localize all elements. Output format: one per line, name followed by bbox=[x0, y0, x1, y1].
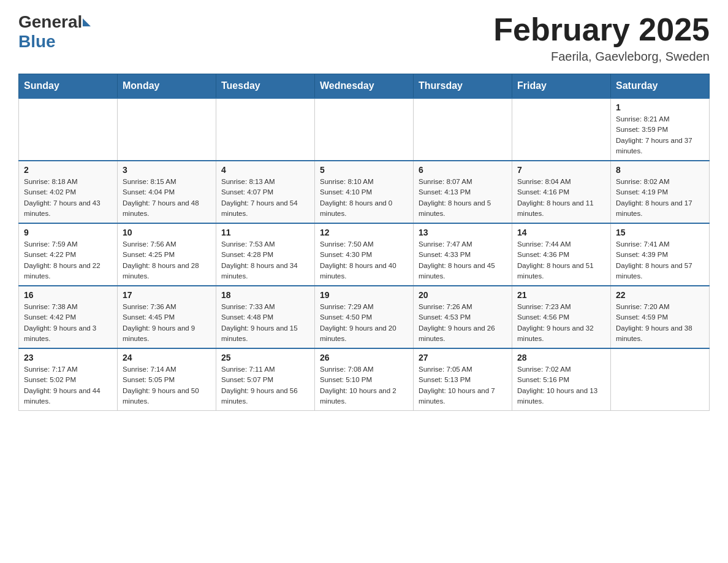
day-number: 3 bbox=[123, 165, 211, 175]
calendar-cell-w1-d3: 5Sunrise: 8:10 AM Sunset: 4:10 PM Daylig… bbox=[315, 161, 414, 223]
day-info: Sunrise: 7:02 AM Sunset: 5:16 PM Dayligh… bbox=[517, 364, 605, 407]
day-number: 25 bbox=[221, 353, 309, 362]
day-number: 14 bbox=[517, 228, 605, 237]
calendar-cell-w1-d0: 2Sunrise: 8:18 AM Sunset: 4:02 PM Daylig… bbox=[19, 161, 118, 223]
calendar-cell-w0-d1 bbox=[118, 98, 216, 161]
day-info: Sunrise: 8:21 AM Sunset: 3:59 PM Dayligh… bbox=[616, 114, 704, 156]
day-number: 10 bbox=[123, 228, 211, 237]
day-info: Sunrise: 7:56 AM Sunset: 4:25 PM Dayligh… bbox=[123, 239, 211, 282]
day-info: Sunrise: 7:47 AM Sunset: 4:33 PM Dayligh… bbox=[419, 239, 507, 282]
day-info: Sunrise: 7:29 AM Sunset: 4:50 PM Dayligh… bbox=[320, 302, 408, 344]
calendar-cell-w1-d4: 6Sunrise: 8:07 AM Sunset: 4:13 PM Daylig… bbox=[414, 161, 512, 223]
calendar-cell-w4-d4: 27Sunrise: 7:05 AM Sunset: 5:13 PM Dayli… bbox=[414, 348, 512, 411]
col-wednesday: Wednesday bbox=[315, 74, 414, 99]
logo-general-text: General bbox=[18, 12, 82, 32]
calendar-cell-w2-d0: 9Sunrise: 7:59 AM Sunset: 4:22 PM Daylig… bbox=[19, 223, 118, 286]
day-info: Sunrise: 8:10 AM Sunset: 4:10 PM Dayligh… bbox=[320, 177, 408, 219]
calendar-table: Sunday Monday Tuesday Wednesday Thursday… bbox=[18, 74, 710, 411]
day-number: 2 bbox=[24, 165, 112, 175]
day-info: Sunrise: 7:05 AM Sunset: 5:13 PM Dayligh… bbox=[419, 364, 507, 407]
calendar-cell-w4-d2: 25Sunrise: 7:11 AM Sunset: 5:07 PM Dayli… bbox=[216, 348, 315, 411]
day-info: Sunrise: 7:20 AM Sunset: 4:59 PM Dayligh… bbox=[616, 302, 704, 344]
calendar-cell-w2-d6: 15Sunrise: 7:41 AM Sunset: 4:39 PM Dayli… bbox=[611, 223, 710, 286]
calendar-cell-w3-d6: 22Sunrise: 7:20 AM Sunset: 4:59 PM Dayli… bbox=[611, 286, 710, 348]
day-info: Sunrise: 8:02 AM Sunset: 4:19 PM Dayligh… bbox=[616, 177, 704, 219]
calendar-cell-w0-d3 bbox=[315, 98, 414, 161]
day-info: Sunrise: 7:38 AM Sunset: 4:42 PM Dayligh… bbox=[24, 302, 112, 344]
day-number: 4 bbox=[221, 165, 309, 175]
calendar-cell-w4-d6 bbox=[611, 348, 710, 411]
day-number: 22 bbox=[616, 290, 704, 300]
day-number: 15 bbox=[616, 228, 704, 237]
col-saturday: Saturday bbox=[611, 74, 710, 99]
week-row-4: 23Sunrise: 7:17 AM Sunset: 5:02 PM Dayli… bbox=[19, 348, 710, 411]
calendar-cell-w3-d1: 17Sunrise: 7:36 AM Sunset: 4:45 PM Dayli… bbox=[118, 286, 216, 348]
calendar-cell-w4-d3: 26Sunrise: 7:08 AM Sunset: 5:10 PM Dayli… bbox=[315, 348, 414, 411]
day-number: 17 bbox=[123, 290, 211, 300]
calendar-cell-w0-d5 bbox=[512, 98, 611, 161]
day-info: Sunrise: 7:41 AM Sunset: 4:39 PM Dayligh… bbox=[616, 239, 704, 282]
day-number: 1 bbox=[616, 102, 704, 112]
col-monday: Monday bbox=[118, 74, 216, 99]
calendar-cell-w1-d1: 3Sunrise: 8:15 AM Sunset: 4:04 PM Daylig… bbox=[118, 161, 216, 223]
day-info: Sunrise: 7:33 AM Sunset: 4:48 PM Dayligh… bbox=[221, 302, 309, 344]
col-thursday: Thursday bbox=[414, 74, 512, 99]
logo-arrow-icon bbox=[83, 18, 91, 26]
calendar-cell-w3-d2: 18Sunrise: 7:33 AM Sunset: 4:48 PM Dayli… bbox=[216, 286, 315, 348]
month-title: February 2025 bbox=[493, 12, 710, 47]
calendar-cell-w0-d2 bbox=[216, 98, 315, 161]
calendar-cell-w1-d5: 7Sunrise: 8:04 AM Sunset: 4:16 PM Daylig… bbox=[512, 161, 611, 223]
day-number: 28 bbox=[517, 353, 605, 362]
day-info: Sunrise: 7:44 AM Sunset: 4:36 PM Dayligh… bbox=[517, 239, 605, 282]
day-info: Sunrise: 8:13 AM Sunset: 4:07 PM Dayligh… bbox=[221, 177, 309, 219]
day-number: 6 bbox=[419, 165, 507, 175]
day-info: Sunrise: 8:15 AM Sunset: 4:04 PM Dayligh… bbox=[123, 177, 211, 219]
day-info: Sunrise: 8:07 AM Sunset: 4:13 PM Dayligh… bbox=[419, 177, 507, 219]
calendar-cell-w2-d5: 14Sunrise: 7:44 AM Sunset: 4:36 PM Dayli… bbox=[512, 223, 611, 286]
location-subtitle: Faerila, Gaevleborg, Sweden bbox=[493, 50, 710, 64]
calendar-header-row: Sunday Monday Tuesday Wednesday Thursday… bbox=[19, 74, 710, 99]
calendar-cell-w2-d1: 10Sunrise: 7:56 AM Sunset: 4:25 PM Dayli… bbox=[118, 223, 216, 286]
calendar-cell-w4-d0: 23Sunrise: 7:17 AM Sunset: 5:02 PM Dayli… bbox=[19, 348, 118, 411]
calendar-cell-w3-d0: 16Sunrise: 7:38 AM Sunset: 4:42 PM Dayli… bbox=[19, 286, 118, 348]
day-number: 27 bbox=[419, 353, 507, 362]
calendar-cell-w2-d4: 13Sunrise: 7:47 AM Sunset: 4:33 PM Dayli… bbox=[414, 223, 512, 286]
day-info: Sunrise: 7:14 AM Sunset: 5:05 PM Dayligh… bbox=[123, 364, 211, 407]
day-number: 24 bbox=[123, 353, 211, 362]
calendar-cell-w4-d5: 28Sunrise: 7:02 AM Sunset: 5:16 PM Dayli… bbox=[512, 348, 611, 411]
day-number: 8 bbox=[616, 165, 704, 175]
day-info: Sunrise: 7:50 AM Sunset: 4:30 PM Dayligh… bbox=[320, 239, 408, 282]
day-info: Sunrise: 8:04 AM Sunset: 4:16 PM Dayligh… bbox=[517, 177, 605, 219]
day-info: Sunrise: 7:59 AM Sunset: 4:22 PM Dayligh… bbox=[24, 239, 112, 282]
week-row-1: 2Sunrise: 8:18 AM Sunset: 4:02 PM Daylig… bbox=[19, 161, 710, 223]
logo-blue-text: Blue bbox=[18, 32, 56, 51]
day-number: 18 bbox=[221, 290, 309, 300]
col-tuesday: Tuesday bbox=[216, 74, 315, 99]
week-row-3: 16Sunrise: 7:38 AM Sunset: 4:42 PM Dayli… bbox=[19, 286, 710, 348]
day-number: 5 bbox=[320, 165, 408, 175]
day-number: 19 bbox=[320, 290, 408, 300]
day-info: Sunrise: 7:08 AM Sunset: 5:10 PM Dayligh… bbox=[320, 364, 408, 407]
day-info: Sunrise: 8:18 AM Sunset: 4:02 PM Dayligh… bbox=[24, 177, 112, 219]
calendar-cell-w0-d4 bbox=[414, 98, 512, 161]
calendar-cell-w3-d3: 19Sunrise: 7:29 AM Sunset: 4:50 PM Dayli… bbox=[315, 286, 414, 348]
day-number: 13 bbox=[419, 228, 507, 237]
day-number: 11 bbox=[221, 228, 309, 237]
day-number: 7 bbox=[517, 165, 605, 175]
day-info: Sunrise: 7:17 AM Sunset: 5:02 PM Dayligh… bbox=[24, 364, 112, 407]
calendar-cell-w1-d6: 8Sunrise: 8:02 AM Sunset: 4:19 PM Daylig… bbox=[611, 161, 710, 223]
calendar-cell-w4-d1: 24Sunrise: 7:14 AM Sunset: 5:05 PM Dayli… bbox=[118, 348, 216, 411]
calendar-cell-w3-d5: 21Sunrise: 7:23 AM Sunset: 4:56 PM Dayli… bbox=[512, 286, 611, 348]
day-number: 20 bbox=[419, 290, 507, 300]
day-info: Sunrise: 7:26 AM Sunset: 4:53 PM Dayligh… bbox=[419, 302, 507, 344]
week-row-0: 1Sunrise: 8:21 AM Sunset: 3:59 PM Daylig… bbox=[19, 98, 710, 161]
title-block: February 2025 Faerila, Gaevleborg, Swede… bbox=[493, 12, 710, 64]
calendar-cell-w1-d2: 4Sunrise: 8:13 AM Sunset: 4:07 PM Daylig… bbox=[216, 161, 315, 223]
day-info: Sunrise: 7:36 AM Sunset: 4:45 PM Dayligh… bbox=[123, 302, 211, 344]
day-number: 12 bbox=[320, 228, 408, 237]
week-row-2: 9Sunrise: 7:59 AM Sunset: 4:22 PM Daylig… bbox=[19, 223, 710, 286]
calendar-cell-w3-d4: 20Sunrise: 7:26 AM Sunset: 4:53 PM Dayli… bbox=[414, 286, 512, 348]
page-header: General Blue February 2025 Faerila, Gaev… bbox=[18, 12, 710, 64]
calendar-cell-w2-d2: 11Sunrise: 7:53 AM Sunset: 4:28 PM Dayli… bbox=[216, 223, 315, 286]
day-number: 21 bbox=[517, 290, 605, 300]
